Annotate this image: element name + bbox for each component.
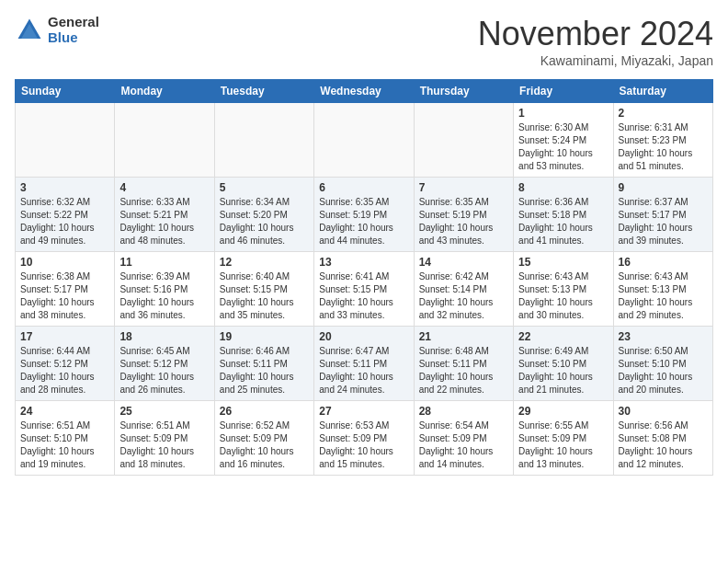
calendar-cell: 26Sunrise: 6:52 AM Sunset: 5:09 PM Dayli… — [214, 401, 313, 476]
day-number: 1 — [518, 107, 608, 120]
calendar-cell — [414, 103, 513, 178]
day-number: 21 — [419, 330, 508, 343]
cell-info: Sunrise: 6:51 AM Sunset: 5:10 PM Dayligh… — [20, 419, 109, 471]
calendar-cell: 15Sunrise: 6:43 AM Sunset: 5:13 PM Dayli… — [514, 252, 613, 327]
weekday-header-thursday: Thursday — [414, 80, 513, 103]
calendar-cell: 14Sunrise: 6:42 AM Sunset: 5:14 PM Dayli… — [414, 252, 513, 327]
day-number: 7 — [419, 181, 508, 194]
calendar-week-row: 1Sunrise: 6:30 AM Sunset: 5:24 PM Daylig… — [16, 103, 713, 178]
logo-icon — [15, 16, 44, 45]
calendar-cell: 7Sunrise: 6:35 AM Sunset: 5:19 PM Daylig… — [414, 178, 513, 252]
cell-info: Sunrise: 6:42 AM Sunset: 5:14 PM Dayligh… — [419, 270, 508, 322]
calendar-cell: 10Sunrise: 6:38 AM Sunset: 5:17 PM Dayli… — [16, 252, 115, 327]
cell-info: Sunrise: 6:35 AM Sunset: 5:19 PM Dayligh… — [319, 196, 408, 247]
calendar-cell: 24Sunrise: 6:51 AM Sunset: 5:10 PM Dayli… — [16, 401, 115, 476]
day-number: 9 — [619, 181, 708, 194]
day-number: 12 — [220, 256, 309, 269]
calendar-cell: 30Sunrise: 6:56 AM Sunset: 5:08 PM Dayli… — [613, 401, 712, 476]
calendar-cell: 4Sunrise: 6:33 AM Sunset: 5:21 PM Daylig… — [115, 178, 214, 252]
cell-info: Sunrise: 6:33 AM Sunset: 5:21 PM Dayligh… — [119, 196, 209, 247]
day-number: 11 — [119, 256, 209, 269]
calendar-cell: 21Sunrise: 6:48 AM Sunset: 5:11 PM Dayli… — [414, 327, 513, 401]
cell-info: Sunrise: 6:48 AM Sunset: 5:11 PM Dayligh… — [419, 345, 508, 396]
day-number: 27 — [319, 405, 408, 418]
weekday-header-monday: Monday — [115, 80, 214, 103]
calendar-cell: 11Sunrise: 6:39 AM Sunset: 5:16 PM Dayli… — [115, 252, 214, 327]
cell-info: Sunrise: 6:46 AM Sunset: 5:11 PM Dayligh… — [220, 345, 309, 396]
day-number: 15 — [518, 256, 608, 269]
calendar-cell: 23Sunrise: 6:50 AM Sunset: 5:10 PM Dayli… — [613, 327, 712, 401]
cell-info: Sunrise: 6:44 AM Sunset: 5:12 PM Dayligh… — [20, 345, 109, 396]
cell-info: Sunrise: 6:34 AM Sunset: 5:20 PM Dayligh… — [220, 196, 309, 247]
cell-info: Sunrise: 6:30 AM Sunset: 5:24 PM Dayligh… — [518, 121, 608, 173]
logo: General Blue — [15, 15, 99, 45]
day-number: 4 — [119, 181, 209, 194]
day-number: 22 — [518, 330, 608, 343]
cell-info: Sunrise: 6:45 AM Sunset: 5:12 PM Dayligh… — [119, 345, 209, 396]
calendar-cell: 20Sunrise: 6:47 AM Sunset: 5:11 PM Dayli… — [314, 327, 414, 401]
cell-info: Sunrise: 6:41 AM Sunset: 5:15 PM Dayligh… — [319, 270, 408, 322]
cell-info: Sunrise: 6:55 AM Sunset: 5:09 PM Dayligh… — [518, 419, 608, 471]
day-number: 20 — [319, 330, 408, 343]
calendar-cell: 5Sunrise: 6:34 AM Sunset: 5:20 PM Daylig… — [214, 178, 313, 252]
page-header: General Blue November 2024 Kawaminami, M… — [15, 15, 713, 68]
calendar-cell: 9Sunrise: 6:37 AM Sunset: 5:17 PM Daylig… — [613, 178, 712, 252]
day-number: 18 — [119, 330, 209, 343]
day-number: 5 — [220, 181, 309, 194]
calendar-cell: 22Sunrise: 6:49 AM Sunset: 5:10 PM Dayli… — [514, 327, 613, 401]
cell-info: Sunrise: 6:49 AM Sunset: 5:10 PM Dayligh… — [518, 345, 608, 396]
calendar-cell: 8Sunrise: 6:36 AM Sunset: 5:18 PM Daylig… — [514, 178, 613, 252]
calendar-cell: 2Sunrise: 6:31 AM Sunset: 5:23 PM Daylig… — [613, 103, 712, 178]
calendar-week-row: 24Sunrise: 6:51 AM Sunset: 5:10 PM Dayli… — [16, 401, 713, 476]
cell-info: Sunrise: 6:52 AM Sunset: 5:09 PM Dayligh… — [220, 419, 309, 471]
cell-info: Sunrise: 6:31 AM Sunset: 5:23 PM Dayligh… — [619, 121, 708, 173]
weekday-header-row: SundayMondayTuesdayWednesdayThursdayFrid… — [16, 80, 713, 103]
month-title: November 2024 — [478, 15, 713, 53]
title-area: November 2024 Kawaminami, Miyazaki, Japa… — [478, 15, 713, 68]
cell-info: Sunrise: 6:38 AM Sunset: 5:17 PM Dayligh… — [20, 270, 109, 322]
weekday-header-friday: Friday — [514, 80, 613, 103]
day-number: 30 — [619, 405, 708, 418]
day-number: 29 — [518, 405, 608, 418]
day-number: 17 — [20, 330, 109, 343]
cell-info: Sunrise: 6:43 AM Sunset: 5:13 PM Dayligh… — [518, 270, 608, 322]
calendar-cell — [115, 103, 214, 178]
day-number: 8 — [518, 181, 608, 194]
cell-info: Sunrise: 6:40 AM Sunset: 5:15 PM Dayligh… — [220, 270, 309, 322]
cell-info: Sunrise: 6:56 AM Sunset: 5:08 PM Dayligh… — [619, 419, 708, 471]
day-number: 25 — [119, 405, 209, 418]
cell-info: Sunrise: 6:35 AM Sunset: 5:19 PM Dayligh… — [419, 196, 508, 247]
day-number: 24 — [20, 405, 109, 418]
calendar-week-row: 3Sunrise: 6:32 AM Sunset: 5:22 PM Daylig… — [16, 178, 713, 252]
day-number: 28 — [419, 405, 508, 418]
day-number: 2 — [619, 107, 708, 120]
cell-info: Sunrise: 6:50 AM Sunset: 5:10 PM Dayligh… — [619, 345, 708, 396]
logo-blue-text: Blue — [48, 30, 99, 46]
cell-info: Sunrise: 6:54 AM Sunset: 5:09 PM Dayligh… — [419, 419, 508, 471]
calendar-cell: 12Sunrise: 6:40 AM Sunset: 5:15 PM Dayli… — [214, 252, 313, 327]
cell-info: Sunrise: 6:36 AM Sunset: 5:18 PM Dayligh… — [518, 196, 608, 247]
calendar-cell — [314, 103, 414, 178]
weekday-header-sunday: Sunday — [16, 80, 115, 103]
calendar-cell: 3Sunrise: 6:32 AM Sunset: 5:22 PM Daylig… — [16, 178, 115, 252]
weekday-header-saturday: Saturday — [613, 80, 712, 103]
day-number: 23 — [619, 330, 708, 343]
calendar-cell: 6Sunrise: 6:35 AM Sunset: 5:19 PM Daylig… — [314, 178, 414, 252]
calendar-cell: 27Sunrise: 6:53 AM Sunset: 5:09 PM Dayli… — [314, 401, 414, 476]
location: Kawaminami, Miyazaki, Japan — [478, 53, 713, 68]
day-number: 14 — [419, 256, 508, 269]
cell-info: Sunrise: 6:32 AM Sunset: 5:22 PM Dayligh… — [20, 196, 109, 247]
day-number: 26 — [220, 405, 309, 418]
day-number: 6 — [319, 181, 408, 194]
calendar-cell: 29Sunrise: 6:55 AM Sunset: 5:09 PM Dayli… — [514, 401, 613, 476]
calendar-cell — [16, 103, 115, 178]
day-number: 16 — [619, 256, 708, 269]
calendar-table: SundayMondayTuesdayWednesdayThursdayFrid… — [15, 79, 713, 476]
calendar-cell: 16Sunrise: 6:43 AM Sunset: 5:13 PM Dayli… — [613, 252, 712, 327]
cell-info: Sunrise: 6:37 AM Sunset: 5:17 PM Dayligh… — [619, 196, 708, 247]
cell-info: Sunrise: 6:53 AM Sunset: 5:09 PM Dayligh… — [319, 419, 408, 471]
calendar-cell: 28Sunrise: 6:54 AM Sunset: 5:09 PM Dayli… — [414, 401, 513, 476]
logo-general-text: General — [48, 15, 99, 30]
calendar-cell — [214, 103, 313, 178]
calendar-cell: 1Sunrise: 6:30 AM Sunset: 5:24 PM Daylig… — [514, 103, 613, 178]
